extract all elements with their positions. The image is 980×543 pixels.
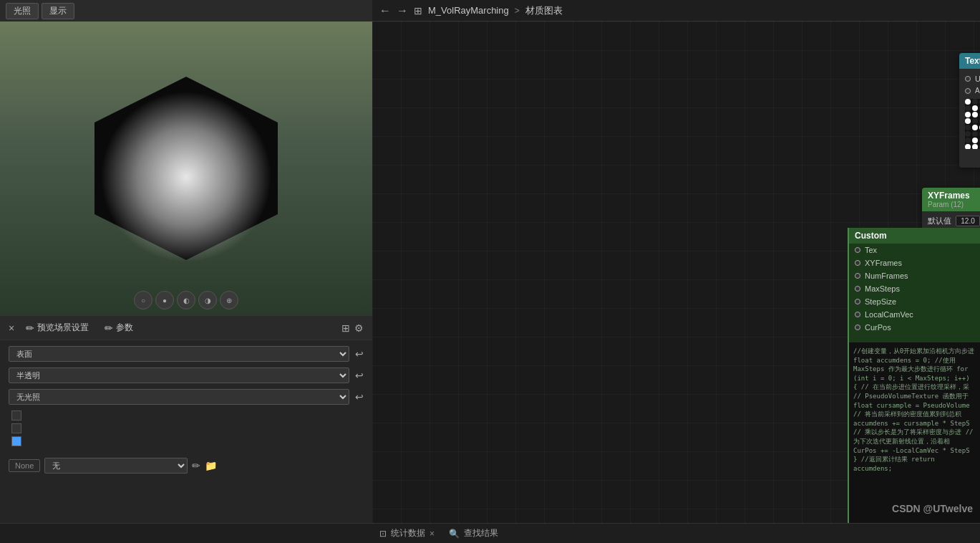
viewport-tool-2[interactable]: ● xyxy=(155,291,174,309)
lighting-button[interactable]: 光照 xyxy=(6,3,39,19)
xyframes-header: XYFrames Param (12) ▼ xyxy=(922,188,980,211)
surface-reset[interactable]: ↩ xyxy=(355,348,364,360)
viewport-tool-1[interactable]: ○ xyxy=(134,291,152,309)
custom-header: Custom xyxy=(849,228,980,244)
panel-header: × ✏ 预览场景设置 ✏ 参数 ⊞ ⚙ xyxy=(0,316,372,340)
folder-button[interactable]: 📁 xyxy=(205,460,217,471)
xyframes-value[interactable] xyxy=(956,216,980,226)
cloud-effect xyxy=(100,91,272,263)
breadcrumb-bar: ← → ⊞ M_VolRayMarching > 材质图表 xyxy=(372,0,980,21)
custom-curpos-pin: CurPos xyxy=(849,321,980,334)
viewport-tool-3[interactable]: ◐ xyxy=(177,291,195,309)
checkbox-row-2 xyxy=(9,423,364,433)
custom-code: //创建变量，从0开始累加沿相机方向步进 float accumdens = 0… xyxy=(849,342,980,523)
tex-pin[interactable] xyxy=(855,247,860,253)
breadcrumb-separator: > xyxy=(515,6,520,16)
grid-view-button[interactable]: ⊞ xyxy=(341,322,350,334)
localcamvec-pin[interactable] xyxy=(855,312,860,317)
stats-close[interactable]: × xyxy=(430,529,435,539)
status-bar: ⊡ 统计数据 × 🔍 查找结果 xyxy=(372,523,980,543)
pencil-icon-2: ✏ xyxy=(105,322,113,334)
top-bar: 光照 显示 xyxy=(0,0,372,21)
translucency-reset[interactable]: ↩ xyxy=(355,370,364,381)
custom-xyframes-pin: XYFrames xyxy=(849,256,980,269)
left-status-bar xyxy=(0,523,372,543)
search-dropdown[interactable]: 无 xyxy=(44,458,188,474)
grid-icon: ⊞ xyxy=(414,5,422,16)
translucency-dropdown[interactable]: 半透明 xyxy=(9,367,349,383)
bottom-row: None 无 ✏ 📁 xyxy=(0,455,372,476)
curpos-pin[interactable] xyxy=(855,325,860,330)
stats-icon: ⊡ xyxy=(379,529,387,539)
back-button[interactable]: ← xyxy=(379,4,391,17)
texture-a-node[interactable]: Texture_A ▲ UVs Apply View MipBias // Ge… xyxy=(959,53,980,168)
find-tab[interactable]: 🔍 查找结果 xyxy=(449,527,498,539)
xyframes-node[interactable]: XYFrames Param (12) ▼ 默认值 xyxy=(922,188,980,231)
viewport-background xyxy=(0,21,372,315)
custom-tex-pin: Tex xyxy=(849,244,980,256)
pencil-icon: ✏ xyxy=(26,322,34,334)
panel-close-button[interactable]: × xyxy=(9,322,14,334)
left-panel: × ✏ 预览场景设置 ✏ 参数 ⊞ ⚙ 表面 ↩ 半透明 ↩ 无 xyxy=(0,315,372,523)
viewport-tool-5[interactable]: ⊕ xyxy=(220,291,238,309)
tab-preview-scene[interactable]: ✏ 预览场景设置 xyxy=(21,320,93,335)
surface-row: 表面 ↩ xyxy=(9,346,364,362)
translucency-row: 半透明 ↩ xyxy=(9,367,364,383)
checkbox-row-1 xyxy=(9,410,364,421)
custom-node: Custom Tex XYFrames NumFrames MaxSteps S… xyxy=(848,228,980,523)
forward-button[interactable]: → xyxy=(397,4,408,17)
watermark: CSDN @UTwelve xyxy=(892,503,973,514)
texture-expand-btn[interactable]: ▼ xyxy=(959,152,980,165)
node-graph[interactable]: Texture_A ▲ UVs Apply View MipBias // Ge… xyxy=(372,21,980,523)
property-section: 表面 ↩ 半透明 ↩ 无光照 ↩ xyxy=(0,340,372,455)
texture-a-body: UVs Apply View MipBias // Generate check… xyxy=(959,69,980,168)
custom-maxsteps-pin: MaxSteps xyxy=(849,282,980,295)
mipbias-pin[interactable] xyxy=(965,88,971,94)
custom-localcamvec-pin: LocalCamVec xyxy=(849,308,980,321)
tab-params[interactable]: ✏ 参数 xyxy=(100,320,137,335)
xyframes-pin[interactable] xyxy=(855,260,860,266)
viewport-toolbar: ○ ● ◐ ◑ ⊕ xyxy=(134,291,238,309)
custom-stepsize-pin: StepSize xyxy=(849,295,980,308)
mipbias-row: Apply View MipBias xyxy=(959,85,980,96)
custom-numframes-pin: NumFrames xyxy=(849,269,980,282)
stepsize-pin[interactable] xyxy=(855,299,860,304)
uvs-row: UVs xyxy=(959,72,980,85)
panel-icons: ⊞ ⚙ xyxy=(341,322,364,334)
lighting-dropdown[interactable]: 无光照 xyxy=(9,389,349,405)
breadcrumb-subtitle: 材质图表 xyxy=(525,4,563,17)
viewport-tool-4[interactable]: ◑ xyxy=(198,291,217,309)
surface-dropdown[interactable]: 表面 xyxy=(9,346,349,362)
settings-button[interactable]: ⚙ xyxy=(354,322,364,334)
checkbox-3-checked[interactable] xyxy=(11,436,21,446)
uvs-pin[interactable] xyxy=(965,76,971,82)
stats-tab[interactable]: ⊡ 统计数据 × xyxy=(379,527,435,539)
edit-button[interactable]: ✏ xyxy=(192,460,200,471)
texture-preview: // Generate checkerboard dots inline xyxy=(965,99,980,149)
checkbox-1[interactable] xyxy=(11,410,21,421)
lighting-reset[interactable]: ↩ xyxy=(355,391,364,403)
texture-a-header: Texture_A ▲ xyxy=(959,53,980,69)
maxsteps-custom-pin[interactable] xyxy=(855,286,860,292)
xyframes-default-row: 默认值 xyxy=(922,214,980,228)
display-button[interactable]: 显示 xyxy=(42,3,74,19)
breadcrumb-title: M_VolRayMarching xyxy=(428,5,509,16)
numframes-pin[interactable] xyxy=(855,273,860,279)
lighting-row: 无光照 ↩ xyxy=(9,389,364,405)
find-icon: 🔍 xyxy=(449,529,460,539)
checkbox-2[interactable] xyxy=(11,423,21,433)
viewport: ○ ● ◐ ◑ ⊕ xyxy=(0,21,372,315)
checkbox-row-3 xyxy=(9,436,364,446)
none-label: None xyxy=(9,459,40,472)
